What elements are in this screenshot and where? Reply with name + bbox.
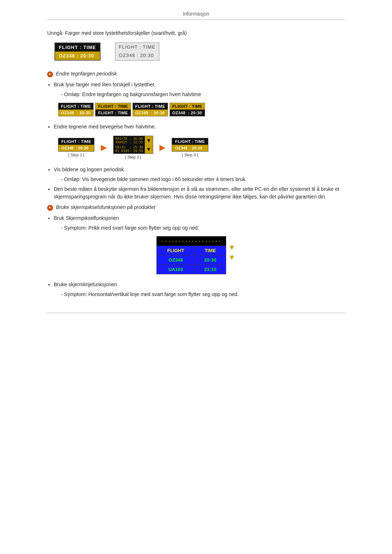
step2-icon-down: ▼ bbox=[145, 136, 153, 145]
omloop-row: FLIGHT : TIME OZ348 : 20:30 FLIGHT : TIM… bbox=[58, 103, 345, 116]
step1-header: FLIGHT : TIME bbox=[58, 138, 94, 145]
step2-text-1: RA1/10 : 16:00 AA0025 : 12:35 bbox=[114, 136, 145, 145]
pixel-arrow-down-1: ▼ bbox=[228, 243, 236, 252]
step3-label: [ Step 3 ] bbox=[182, 153, 198, 157]
omloop-box-3: FLIGHT : TIME OZ348 : 20:30 bbox=[132, 103, 168, 116]
omloop-box-3-header: FLIGHT : TIME bbox=[133, 103, 168, 110]
omloop-box-2-header: FLIGHT : TIME bbox=[95, 103, 130, 110]
bullet-list-2: Endre tegnene med bevegelse hver halvtim… bbox=[54, 123, 345, 131]
pixel-2030: 20:30 bbox=[195, 255, 226, 265]
step2-box: RA1/10 : 16:00 AA0025 : 12:35 ▼ UA11U : … bbox=[113, 136, 153, 154]
step3-container: FLIGHT : TIME OZ348 : 20:30 [ Step 3 ] bbox=[172, 138, 208, 157]
bullet-item-1: Bruk lyse farger med liten forskjell i l… bbox=[54, 81, 345, 89]
arrow-1: ► bbox=[99, 143, 109, 153]
pixel-table: · · · · · · · · · · · · · · · · · · FLIG… bbox=[156, 236, 226, 274]
page-title: Informasjon bbox=[183, 11, 209, 17]
step-row: FLIGHT : TIME OZ348 : 20:30 [ Step 1 ] ►… bbox=[58, 136, 345, 159]
step2-label: [ Step 2 ] bbox=[125, 155, 141, 159]
step3-box: FLIGHT : TIME OZ348 : 20:30 bbox=[172, 138, 208, 152]
omloop-box-2-data: FLIGHT : TIME bbox=[95, 110, 130, 116]
intro-text: Unngå: Farger med store lystetthetsforsk… bbox=[47, 30, 345, 36]
pixel-2110: 21:10 bbox=[195, 265, 226, 274]
step3-header: FLIGHT : TIME bbox=[172, 138, 208, 145]
step1-container: FLIGHT : TIME OZ348 : 20:30 [ Step 1 ] bbox=[58, 138, 94, 157]
bullet-item-3: Vis bildene og logoen periodisk. bbox=[54, 166, 345, 173]
light-box-header: FLIGHT : TIME bbox=[115, 43, 159, 51]
step3-data: OZ348 : 20:30 bbox=[172, 145, 208, 151]
omloop-box-1-header: FLIGHT : TIME bbox=[58, 103, 93, 110]
bullet-list-1: Bruk lyse farger med liten forskjell i l… bbox=[54, 81, 345, 98]
light-box-data: OZ348 : 20:30 bbox=[115, 51, 159, 59]
arrow-2: ► bbox=[158, 143, 168, 153]
dot-cell: · · · · · · · · · · · · · · · · · · bbox=[157, 237, 226, 246]
omloop-box-2: FLIGHT : TIME FLIGHT : TIME bbox=[95, 103, 131, 116]
step2-row-1: RA1/10 : 16:00 AA0025 : 12:35 ▼ bbox=[114, 136, 153, 145]
bullet-item-5: Bruk Skjermpikselfunksjonen bbox=[54, 214, 345, 222]
flight-display-examples: FLIGHT : TIME OZ348 : 20:30 FLIGHT : TIM… bbox=[54, 42, 345, 61]
dark-flight-box: FLIGHT : TIME OZ348 : 20:30 bbox=[54, 42, 101, 61]
sub-item-1: - Omløp: Endre tegnfargen og bakgrunnsfa… bbox=[61, 91, 345, 98]
step1-data: OZ348 : 20:30 bbox=[58, 145, 94, 151]
omloop-box-4: FLIGHT : TIME OZ348 : 20:30 bbox=[170, 103, 205, 116]
pixel-row-2: UA102 21:10 bbox=[157, 265, 226, 274]
orange-section-2: Bruke skjermpikselsfunksjonen på produkt… bbox=[47, 204, 345, 211]
omloop-box-4-header: FLIGHT : TIME bbox=[170, 103, 205, 110]
pixel-arrows: ▼ ▼ bbox=[228, 236, 236, 262]
pixel-header-row: FLIGHT TIME bbox=[157, 246, 226, 255]
omloop-box-4-data: OZ348 : 20:30 bbox=[170, 110, 205, 116]
dark-box-header: FLIGHT : TIME bbox=[55, 43, 100, 52]
light-flight-box: FLIGHT : TIME OZ348 : 20:30 bbox=[115, 42, 160, 61]
orange-section-1: Endre tegnfargen periodisk bbox=[47, 71, 345, 77]
bullet-item-6: Bruke skjermlinjefunksjonen bbox=[54, 281, 345, 288]
step2-container: RA1/10 : 16:00 AA0025 : 12:35 ▼ UA11U : … bbox=[113, 136, 153, 159]
bullet-list-3: Vis bildene og logoen periodisk. - Omløp… bbox=[54, 166, 345, 201]
page-header: Informasjon bbox=[47, 11, 345, 20]
pixel-table-wrapper: · · · · · · · · · · · · · · · · · · FLIG… bbox=[47, 236, 345, 274]
step1-box: FLIGHT : TIME OZ348 : 20:30 bbox=[58, 138, 94, 152]
omloop-box-3-data: OZ348 : 20:30 bbox=[133, 110, 168, 116]
pixel-header-time: TIME bbox=[195, 246, 226, 255]
sub-item-3: - Omløp: Vis bevegende bilde sammen med … bbox=[61, 176, 345, 183]
sub-item-5: - Symptom: Prikk med svart farge som fly… bbox=[61, 224, 345, 232]
orange-label-2: Bruke skjermpikselsfunksjonen på produkt… bbox=[56, 204, 155, 210]
bullet-list-4: Bruk Skjermpikselfunksjonen - Symptom: P… bbox=[54, 214, 345, 232]
sub-item-6: - Symptom: Horisontal/vertikal linje med… bbox=[61, 291, 345, 298]
pixel-oz348: OZ348 bbox=[157, 255, 195, 265]
page-divider bbox=[47, 313, 345, 313]
bullet-item-2: Endre tegnene med bevegelse hver halvtim… bbox=[54, 123, 345, 131]
pixel-header-flight: FLIGHT bbox=[157, 246, 195, 255]
dot-row: · · · · · · · · · · · · · · · · · · bbox=[157, 237, 226, 246]
bullet-item-4: Den beste måten å beskytte skjermen fra … bbox=[54, 185, 345, 201]
step2-text-2: UA11U : 15:3U KI 0105: 19:50 bbox=[114, 145, 145, 153]
dark-box-data: OZ348 : 20:30 bbox=[55, 52, 100, 60]
step2-icon-down-2: ▼ bbox=[145, 145, 153, 153]
step1-label: [ Step 1 ] bbox=[68, 153, 84, 157]
bullet-list-5: Bruke skjermlinjefunksjonen - Symptom: H… bbox=[54, 281, 345, 298]
omloop-box-1: FLIGHT : TIME OZ348 : 20:30 bbox=[58, 103, 94, 116]
step2-row-2: UA11U : 15:3U KI 0105: 19:50 ▼ bbox=[114, 145, 153, 153]
orange-label-1: Endre tegnfargen periodisk bbox=[56, 71, 117, 77]
pixel-row-1: OZ348 20:30 bbox=[157, 255, 226, 265]
omloop-box-1-data: OZ348 : 20:30 bbox=[58, 110, 93, 116]
orange-bullet-icon-2 bbox=[47, 205, 53, 211]
pixel-arrow-down-2: ▼ bbox=[228, 253, 236, 262]
pixel-ua102: UA102 bbox=[157, 265, 195, 274]
orange-bullet-icon bbox=[47, 71, 53, 77]
